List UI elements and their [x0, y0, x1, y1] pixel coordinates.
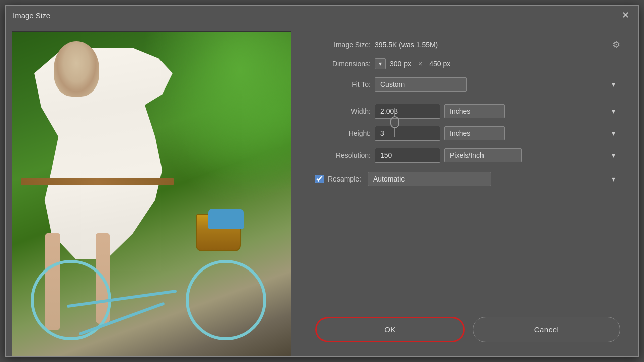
height-unit-select[interactable]: Inches Centimeters Millimeters Points Pi…	[444, 126, 505, 140]
fit-to-select-wrapper: Custom Original Size US Paper (8.5 x 11 …	[375, 77, 620, 92]
dimensions-separator: ×	[418, 60, 422, 68]
resolution-input[interactable]	[375, 148, 440, 163]
cancel-button[interactable]: Cancel	[473, 317, 620, 342]
fit-to-select[interactable]: Custom Original Size US Paper (8.5 x 11 …	[375, 77, 467, 92]
preview-area	[6, 25, 297, 356]
resample-label: Resample:	[328, 175, 364, 183]
controls-area: Image Size: 395.5K (was 1.55M) ⚙ Dimensi…	[297, 25, 638, 356]
dimensions-chevron-button[interactable]: ▾	[375, 58, 386, 69]
dimensions-label: Dimensions:	[315, 60, 371, 68]
resample-select-wrapper: Automatic Preserve Details (enlargement)…	[368, 172, 620, 186]
button-row: OK Cancel	[315, 307, 620, 342]
image-size-label: Image Size:	[315, 41, 371, 49]
width-unit-select[interactable]: Inches Centimeters Millimeters Points Pi…	[444, 104, 505, 118]
gear-icon[interactable]: ⚙	[612, 39, 620, 50]
resample-select[interactable]: Automatic Preserve Details (enlargement)…	[368, 172, 491, 186]
height-label: Height:	[315, 129, 371, 137]
image-size-row: Image Size: 395.5K (was 1.55M) ⚙	[315, 39, 620, 50]
image-size-value: 395.5K (was 1.55M)	[375, 41, 438, 49]
dialog-title: Image Size	[13, 11, 50, 20]
fit-to-row: Fit To: Custom Original Size US Paper (8…	[315, 77, 620, 92]
resolution-unit-select[interactable]: Pixels/Inch Pixels/Centimeter	[444, 148, 522, 162]
dimensions-height: 450 px	[429, 60, 450, 68]
width-label: Width:	[315, 107, 371, 115]
title-bar: Image Size ✕	[6, 6, 638, 25]
resample-checkbox[interactable]	[315, 175, 324, 183]
image-size-dialog: Image Size ✕	[5, 5, 639, 357]
close-button[interactable]: ✕	[620, 10, 631, 21]
dimensions-row: Dimensions: ▾ 300 px × 450 px	[315, 58, 620, 69]
resolution-unit-wrapper: Pixels/Inch Pixels/Centimeter	[444, 148, 620, 162]
height-input[interactable]	[375, 126, 440, 141]
dimensions-width: 300 px	[390, 60, 411, 68]
resolution-label: Resolution:	[315, 151, 371, 159]
width-input[interactable]	[375, 104, 440, 119]
height-unit-wrapper: Inches Centimeters Millimeters Points Pi…	[444, 126, 620, 140]
ok-button[interactable]: OK	[315, 317, 465, 342]
width-unit-wrapper: Inches Centimeters Millimeters Points Pi…	[444, 104, 620, 118]
resample-row: Resample: Automatic Preserve Details (en…	[315, 172, 620, 186]
dialog-body: Image Size: 395.5K (was 1.55M) ⚙ Dimensi…	[6, 25, 638, 356]
width-row: Width: Inches Centimeters Millimeters Po…	[315, 104, 620, 119]
height-row: Height: Inches Centimeters Millimeters P…	[315, 126, 620, 141]
width-height-group: Width: Inches Centimeters Millimeters Po…	[315, 104, 620, 141]
fit-to-label: Fit To:	[315, 80, 371, 88]
preview-image	[12, 31, 291, 356]
resolution-row: Resolution: Pixels/Inch Pixels/Centimete…	[315, 148, 620, 163]
